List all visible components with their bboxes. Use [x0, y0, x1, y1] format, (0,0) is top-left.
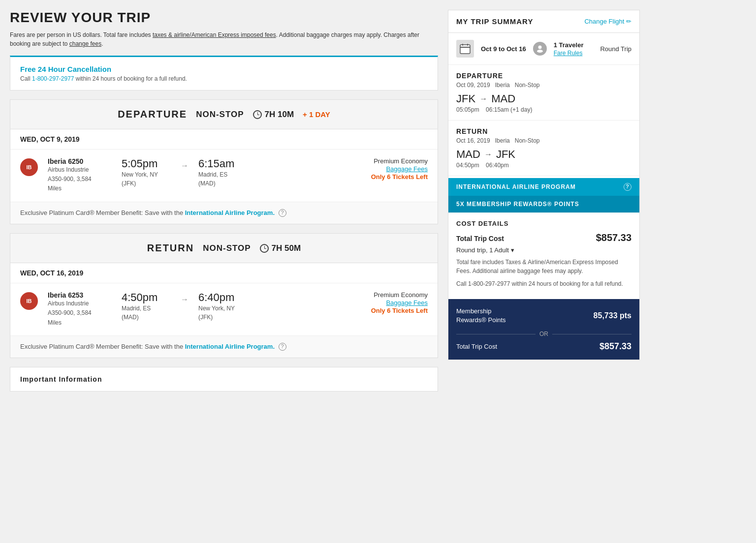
cancellation-desc: Call 1-800-297-2977 within 24 hours of b…: [20, 75, 428, 82]
return-arrive-city: New York, NY (JFK): [198, 304, 248, 322]
important-info-section: Important Information: [10, 367, 438, 392]
return-duration-text: 7H 50M: [272, 243, 301, 253]
departure-header: DEPARTURE NON-STOP 7H 10M + 1 DAY: [10, 100, 438, 129]
trip-meta-row: Oct 9 to Oct 16 1 Traveler Fare Rules Ro…: [448, 33, 639, 65]
trip-type: Round Trip: [600, 45, 631, 53]
round-trip-dropdown[interactable]: Round trip, 1 Adult ▾: [456, 246, 631, 254]
membership-total-label: Total Trip Cost: [456, 343, 497, 350]
person-icon: [533, 42, 547, 56]
return-date: WED, OCT 16, 2019: [10, 263, 438, 283]
sidebar-ret-origin: MAD: [456, 148, 480, 161]
sidebar-departure-title: DEPARTURE: [456, 72, 631, 80]
svg-rect-1: [460, 47, 470, 48]
sidebar-return-title: RETURN: [456, 127, 631, 135]
svg-rect-0: [460, 45, 470, 54]
departure-depart-time: 5:05pm: [122, 157, 171, 170]
return-iap-link[interactable]: International Airline Program.: [185, 343, 275, 350]
departure-plus-day: + 1 DAY: [303, 110, 330, 119]
cancellation-box: Free 24 Hour Cancellation Call 1-800-297…: [10, 56, 438, 90]
iberia-logo-ret: [20, 292, 38, 310]
membership-pts: 85,733 pts: [594, 311, 631, 320]
departure-iap-promo: Exclusive Platinum Card® Member Benefit:…: [10, 202, 438, 224]
return-nonstop: NON-STOP: [203, 243, 251, 253]
departure-aircraft: Airbus Industrie A350-900, 3,584 Miles: [48, 165, 112, 194]
iap-badge[interactable]: INTERNATIONAL AIRLINE PROGRAM ?: [448, 178, 639, 196]
rewards-badge-label: 5X MEMBERSHIP REWARDS® POINTS: [456, 201, 579, 208]
total-cost-row: Total Trip Cost $857.33: [456, 232, 631, 243]
departure-nonstop: NON-STOP: [196, 110, 244, 120]
return-depart-city: Madrid, ES (MAD): [122, 304, 171, 322]
fare-rules-link[interactable]: Fare Rules: [554, 50, 583, 57]
trip-summary-header: MY TRIP SUMMARY Change Flight ✏: [448, 10, 639, 33]
change-fees-link[interactable]: change fees: [69, 40, 101, 47]
return-arrive-time: 6:40pm: [198, 291, 248, 304]
return-fare-class: Premium Economy: [371, 291, 428, 299]
clock-icon: [253, 110, 262, 119]
departure-label: DEPARTURE: [118, 109, 187, 120]
departure-duration: 7H 10M: [253, 110, 294, 120]
pencil-icon: ✏: [626, 18, 631, 25]
or-divider: OR: [456, 331, 631, 337]
taxes-link[interactable]: taxes & airline/American Express imposed…: [153, 31, 276, 38]
return-aircraft: Airbus Industrie A350-900, 3,584 Miles: [48, 299, 112, 328]
cost-title: COST DETAILS: [456, 220, 631, 227]
calendar-icon: [456, 40, 474, 58]
trip-dates: Oct 9 to Oct 16: [481, 45, 526, 53]
sidebar-departure: DEPARTURE Oct 09, 2019 Iberia Non-Stop J…: [448, 65, 639, 121]
departure-duration-text: 7H 10M: [265, 110, 294, 120]
departure-section: DEPARTURE NON-STOP 7H 10M + 1 DAY WED, O…: [10, 99, 438, 224]
return-arrive-col: 6:40pm New York, NY (JFK): [198, 291, 248, 322]
departure-baggage-fees[interactable]: Baggage Fees: [386, 165, 428, 173]
membership-row: Membership Rewards® Points 85,733 pts: [456, 307, 631, 325]
departure-iap-link[interactable]: International Airline Program.: [185, 209, 275, 216]
departure-arrive-city: Madrid, ES (MAD): [198, 170, 248, 188]
departure-arrive-time: 6:15am: [198, 157, 248, 170]
return-depart-col: 4:50pm Madrid, ES (MAD): [122, 291, 171, 322]
return-header: RETURN NON-STOP 7H 50M: [10, 234, 438, 263]
departure-airline-info: Iberia 6250 Airbus Industrie A350-900, 3…: [48, 157, 112, 194]
sidebar-dep-origin: JFK: [456, 92, 475, 105]
departure-fare-col: Premium Economy Baggage Fees Only 6 Tick…: [371, 157, 428, 181]
sidebar-dep-dest: MAD: [491, 92, 515, 105]
total-cost-label: Total Trip Cost: [456, 235, 504, 242]
departure-help-icon[interactable]: ?: [279, 209, 286, 217]
return-iap-promo: Exclusive Platinum Card® Member Benefit:…: [10, 335, 438, 358]
important-info-title: Important Information: [20, 375, 428, 383]
sidebar-ret-dest: JFK: [496, 148, 515, 161]
return-fare-col: Premium Economy Baggage Fees Only 6 Tick…: [371, 291, 428, 314]
return-label: RETURN: [147, 242, 194, 254]
dep-route-arrow: →: [479, 94, 487, 103]
traveler-info: 1 Traveler Fare Rules: [554, 41, 584, 57]
membership-total-row: Total Trip Cost $857.33: [456, 341, 631, 352]
cost-details: COST DETAILS Total Trip Cost $857.33 Rou…: [448, 212, 639, 299]
return-airline-logo: [20, 292, 38, 310]
iap-help-icon[interactable]: ?: [624, 183, 631, 191]
return-tickets-left: Only 6 Tickets Left: [371, 307, 428, 314]
refund-note: Call 1-800-297-2977 within 24 hours of b…: [456, 279, 631, 288]
sidebar-departure-route: JFK → MAD: [456, 92, 631, 105]
return-duration: 7H 50M: [260, 243, 301, 253]
trip-summary-title: MY TRIP SUMMARY: [456, 17, 533, 26]
trip-summary-box: MY TRIP SUMMARY Change Flight ✏: [448, 10, 640, 360]
return-baggage-fees[interactable]: Baggage Fees: [386, 299, 428, 306]
return-arrow: →: [181, 291, 189, 304]
iberia-logo-dep: [20, 158, 38, 176]
sidebar-departure-sub: Oct 09, 2019 Iberia Non-Stop: [456, 82, 631, 89]
sidebar: MY TRIP SUMMARY Change Flight ✏: [448, 10, 640, 533]
svg-point-5: [537, 50, 543, 53]
cost-note: Total fare includes Taxes & Airline/Amer…: [456, 258, 631, 275]
return-help-icon[interactable]: ?: [279, 343, 286, 351]
return-airline-info: Iberia 6253 Airbus Industrie A350-900, 3…: [48, 291, 112, 328]
return-flight-number: Iberia 6253: [48, 291, 112, 299]
change-flight-link[interactable]: Change Flight ✏: [584, 18, 631, 25]
departure-fare-class: Premium Economy: [371, 157, 428, 165]
cancellation-phone[interactable]: 1-800-297-2977: [32, 75, 74, 82]
svg-point-4: [538, 46, 541, 49]
sidebar-return-sub: Oct 16, 2019 Iberia Non-Stop: [456, 137, 631, 144]
page-title: REVIEW YOUR TRIP: [10, 10, 438, 26]
departure-depart-col: 5:05pm New York, NY (JFK): [122, 157, 171, 188]
sidebar-return-times: 04:50pm 06:40pm: [456, 162, 631, 169]
departure-tickets-left: Only 6 Tickets Left: [371, 173, 428, 181]
return-depart-time: 4:50pm: [122, 291, 171, 304]
membership-total-price: $857.33: [599, 341, 631, 352]
